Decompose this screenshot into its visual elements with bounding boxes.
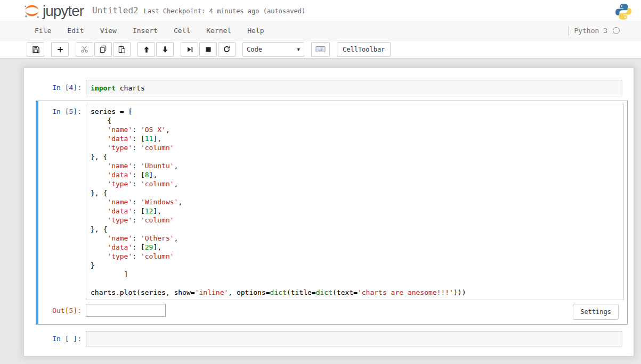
command-palette-button[interactable] bbox=[311, 42, 330, 57]
cell-type-select[interactable]: Code ▼ bbox=[242, 42, 304, 57]
arrow-up-icon bbox=[143, 46, 150, 53]
code-cell-empty[interactable]: In [ ]: bbox=[24, 331, 634, 346]
copy-icon bbox=[99, 45, 107, 53]
menu-insert[interactable]: Insert bbox=[125, 21, 166, 40]
cell-toolbar-button[interactable]: CellToolbar bbox=[337, 42, 391, 57]
input-prompt: In [4]: bbox=[24, 80, 86, 96]
paste-cells-button[interactable] bbox=[113, 42, 131, 57]
jupyter-logo-text: jupyter bbox=[43, 3, 84, 19]
cell-type-value: Code bbox=[247, 46, 262, 53]
refresh-icon bbox=[223, 45, 231, 53]
menu-edit[interactable]: Edit bbox=[59, 21, 92, 40]
code-content bbox=[91, 334, 618, 343]
arrow-down-icon bbox=[161, 46, 169, 53]
cell-toolbar-label: CellToolbar bbox=[343, 46, 385, 53]
insert-cell-below-button[interactable] bbox=[51, 42, 69, 57]
plus-icon bbox=[56, 46, 64, 53]
code-cell-4[interactable]: In [4]: import charts bbox=[24, 80, 634, 96]
input-prompt: In [5]: bbox=[38, 104, 86, 300]
paste-icon bbox=[118, 45, 126, 53]
notebook-background: In [4]: import charts In [5]: series = [… bbox=[0, 68, 641, 364]
notebook-title[interactable]: Untitled2 bbox=[92, 5, 139, 16]
run-cell-button[interactable] bbox=[181, 42, 198, 57]
scissors-icon bbox=[80, 45, 88, 53]
menu-file[interactable]: File bbox=[27, 21, 59, 40]
checkpoint-status: Last Checkpoint: 4 minutes ago (autosave… bbox=[144, 6, 305, 15]
settings-button[interactable]: Settings bbox=[573, 304, 619, 320]
code-input-area[interactable]: series = [ { 'name': 'OS X', 'data': [11… bbox=[86, 104, 624, 300]
interrupt-kernel-button[interactable] bbox=[199, 42, 217, 57]
output-area: Out[5]: Settings bbox=[38, 304, 627, 320]
copy-cells-button[interactable] bbox=[94, 42, 112, 57]
code-cell-5-selected[interactable]: In [5]: series = [ { 'name': 'OS X', 'da… bbox=[36, 101, 628, 325]
jupyter-logo-icon bbox=[23, 2, 40, 19]
save-icon bbox=[31, 45, 40, 54]
move-cell-down-button[interactable] bbox=[156, 42, 174, 57]
notebook-container: In [4]: import charts In [5]: series = [… bbox=[23, 68, 634, 357]
toolbar: Code ▼ CellToolbar bbox=[0, 40, 641, 59]
restart-kernel-button[interactable] bbox=[218, 42, 236, 57]
output-widget-input[interactable] bbox=[86, 304, 166, 317]
menu-view[interactable]: View bbox=[92, 21, 125, 40]
stop-icon bbox=[205, 46, 212, 53]
code-input-area[interactable] bbox=[86, 331, 622, 346]
code-content: series = [ { 'name': 'OS X', 'data': [11… bbox=[91, 107, 619, 297]
kernel-name: Python 3 bbox=[574, 27, 607, 35]
code-content: import charts bbox=[91, 84, 618, 93]
notebook-header: jupyter Untitled2 Last Checkpoint: 4 min… bbox=[0, 0, 641, 21]
kernel-divider bbox=[569, 26, 569, 36]
move-cell-up-button[interactable] bbox=[137, 42, 155, 57]
output-prompt: Out[5]: bbox=[38, 304, 86, 320]
python-kernel-logo-icon bbox=[614, 3, 632, 21]
step-forward-icon bbox=[186, 46, 193, 53]
menu-help[interactable]: Help bbox=[239, 21, 272, 40]
jupyter-logo[interactable]: jupyter bbox=[23, 2, 84, 19]
keyboard-icon bbox=[315, 45, 326, 53]
menubar: File Edit View Insert Cell Kernel Help P… bbox=[0, 21, 641, 40]
kernel-indicator-area: Python 3 bbox=[569, 26, 620, 36]
chevron-down-icon: ▼ bbox=[297, 47, 300, 52]
kernel-idle-icon bbox=[613, 27, 620, 34]
save-button[interactable] bbox=[27, 42, 44, 57]
input-prompt: In [ ]: bbox=[24, 331, 86, 346]
code-input-area[interactable]: import charts bbox=[86, 80, 622, 96]
cut-cells-button[interactable] bbox=[76, 42, 93, 57]
settings-button-label: Settings bbox=[580, 308, 611, 316]
menu-kernel[interactable]: Kernel bbox=[198, 21, 239, 40]
menu-cell[interactable]: Cell bbox=[166, 21, 198, 40]
